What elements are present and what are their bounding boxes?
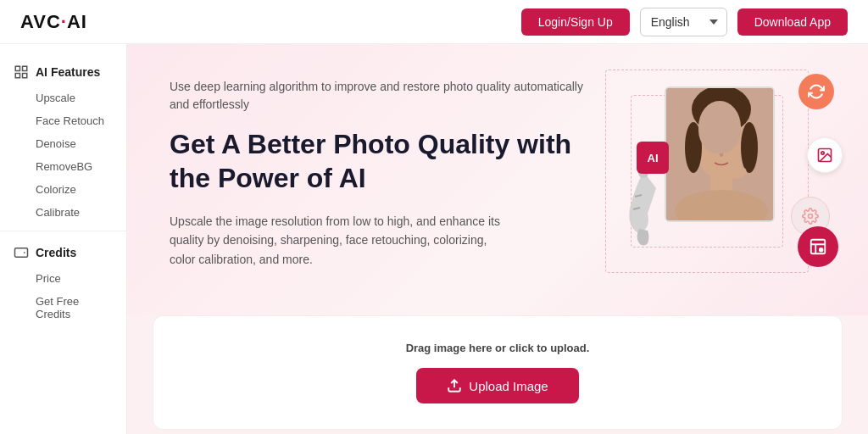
main-content: Use deep learning algorithm to improve a… <box>127 44 868 434</box>
hero-text: Use deep learning algorithm to improve a… <box>170 78 593 269</box>
hero-title: Get A Better Photo Quality with the Powe… <box>170 127 593 195</box>
hero-section: Use deep learning algorithm to improve a… <box>127 44 868 315</box>
ai-badge: AI <box>637 142 669 174</box>
ai-features-label: AI Features <box>36 65 100 79</box>
svg-rect-4 <box>15 248 28 258</box>
svg-point-21 <box>821 152 824 154</box>
svg-point-14 <box>685 122 702 173</box>
svg-point-15 <box>741 122 758 173</box>
upload-section[interactable]: Drag image here or click to upload. Uplo… <box>153 315 843 430</box>
sidebar-item-calibrate[interactable]: Calibrate <box>0 201 126 224</box>
sidebar: AI Features Upscale Face Retouch Denoise… <box>0 44 127 434</box>
login-button[interactable]: Login/Sign Up <box>521 8 630 36</box>
header: AVC·AI Login/Sign Up English Chinese Jap… <box>0 0 868 44</box>
svg-point-10 <box>707 140 715 147</box>
svg-point-24 <box>820 248 823 252</box>
svg-point-12 <box>708 141 711 144</box>
ai-features-section-header: AI Features <box>0 58 126 86</box>
portrait-frame <box>665 86 775 222</box>
upload-hint: Drag image here or click to upload. <box>170 342 825 354</box>
sidebar-item-colorize[interactable]: Colorize <box>0 178 126 201</box>
hero-subtitle: Use deep learning algorithm to improve a… <box>170 78 593 114</box>
credits-label: Credits <box>36 246 76 259</box>
download-app-button[interactable]: Download App <box>737 8 848 36</box>
upload-button-label: Upload Image <box>469 379 548 393</box>
float-icon-image <box>807 137 843 173</box>
svg-rect-0 <box>15 66 19 70</box>
hero-visual: AI <box>563 61 834 281</box>
sidebar-divider <box>0 231 126 231</box>
grid-icon <box>14 64 29 80</box>
sidebar-item-get-free-credits[interactable]: Get Free Credits <box>0 290 126 326</box>
sidebar-item-upscale[interactable]: Upscale <box>0 86 126 109</box>
svg-point-11 <box>727 140 736 147</box>
hero-description: Upscale the image resolution from low to… <box>170 212 509 269</box>
float-icon-rotate <box>798 74 834 109</box>
svg-rect-23 <box>811 240 826 254</box>
logo: AVC·AI <box>20 11 87 33</box>
sidebar-item-face-retouch[interactable]: Face Retouch <box>0 109 126 132</box>
upload-button[interactable]: Upload Image <box>416 368 578 403</box>
robot-arm <box>618 163 660 239</box>
svg-point-22 <box>809 214 813 219</box>
language-select[interactable]: English Chinese Japanese <box>640 8 727 36</box>
upload-icon <box>447 378 462 393</box>
svg-point-13 <box>728 141 732 144</box>
wallet-icon <box>14 245 29 260</box>
sidebar-item-price[interactable]: Price <box>0 267 126 290</box>
header-right: Login/Sign Up English Chinese Japanese D… <box>521 8 848 36</box>
svg-rect-1 <box>23 66 27 70</box>
portrait-image <box>666 88 773 220</box>
float-icon-photo-enhance <box>798 226 838 267</box>
sidebar-item-denoise[interactable]: Denoise <box>0 132 126 155</box>
svg-rect-3 <box>23 74 27 78</box>
sidebar-item-removebg[interactable]: RemoveBG <box>0 155 126 178</box>
main-layout: AI Features Upscale Face Retouch Denoise… <box>0 44 868 434</box>
portrait-svg <box>666 88 775 222</box>
svg-rect-2 <box>15 74 19 78</box>
credits-section-header: Credits <box>0 238 126 267</box>
